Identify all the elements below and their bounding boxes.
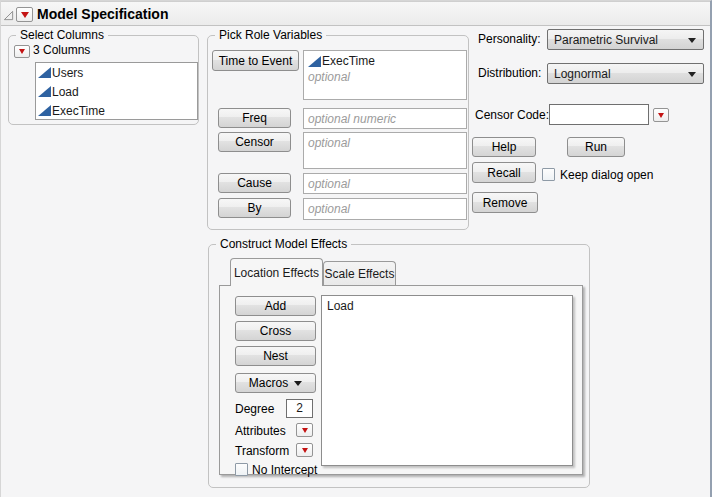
outline-disclosure-icon[interactable] — [3, 10, 14, 21]
columns-count-label: 3 Columns — [33, 43, 90, 57]
remove-button[interactable]: Remove — [472, 192, 538, 213]
tab-scale-effects[interactable]: Scale Effects — [323, 261, 396, 285]
attributes-red-triangle-button[interactable] — [296, 423, 313, 437]
distribution-label: Distribution: — [478, 66, 541, 80]
location-effects-tab-panel: Add Cross Nest Macros Degree 2 Attribute… — [219, 285, 583, 475]
red-triangle-icon — [21, 12, 29, 18]
pick-role-variables-panel: Pick Role Variables Time to Event ExecTi… — [207, 35, 469, 230]
run-button[interactable]: Run — [567, 137, 625, 157]
optional-placeholder: optional — [308, 69, 462, 86]
chevron-down-icon — [688, 38, 696, 43]
column-name: Users — [51, 66, 83, 80]
role-value: ExecTime — [321, 54, 375, 68]
select-columns-panel: Select Columns 3 Columns Users Load Exec… — [8, 35, 199, 125]
optional-placeholder: optional numeric — [308, 112, 396, 126]
red-triangle-icon — [658, 113, 664, 118]
transform-label: Transform — [235, 444, 289, 458]
macros-button[interactable]: Macros — [235, 373, 316, 393]
chevron-down-icon — [294, 381, 302, 386]
cross-button[interactable]: Cross — [235, 321, 316, 341]
recall-button[interactable]: Recall — [472, 162, 536, 183]
personality-select[interactable]: Parametric Survival — [547, 29, 704, 50]
censor-code-label: Censor Code: — [475, 108, 549, 122]
red-triangle-icon — [302, 448, 308, 453]
page-title: Model Specification — [37, 6, 168, 22]
no-intercept-checkbox[interactable] — [235, 463, 248, 476]
censor-code-input[interactable] — [549, 104, 649, 125]
construct-model-effects-panel: Construct Model Effects Location Effects… — [208, 244, 590, 488]
column-name: ExecTime — [51, 104, 105, 118]
continuous-triangle-icon — [38, 67, 51, 78]
add-button[interactable]: Add — [235, 296, 316, 316]
cause-button[interactable]: Cause — [218, 173, 291, 193]
list-item[interactable]: Users — [36, 63, 197, 82]
personality-value: Parametric Survival — [554, 33, 658, 47]
by-button[interactable]: By — [218, 198, 291, 218]
outline-title-band: Model Specification — [1, 1, 710, 26]
freq-button[interactable]: Freq — [218, 108, 291, 128]
freq-field[interactable]: optional numeric — [303, 108, 467, 129]
tab-location-effects[interactable]: Location Effects — [230, 258, 323, 286]
columns-group-red-triangle-button[interactable] — [14, 45, 30, 58]
time-to-event-button[interactable]: Time to Event — [212, 50, 299, 71]
cause-field[interactable]: optional — [303, 173, 467, 194]
transform-red-triangle-button[interactable] — [296, 443, 313, 457]
keep-dialog-open-label: Keep dialog open — [560, 168, 653, 182]
construct-model-effects-label: Construct Model Effects — [216, 237, 351, 251]
attributes-label: Attributes — [235, 424, 286, 438]
tab-label: Scale Effects — [325, 267, 395, 281]
red-triangle-menu-button[interactable] — [16, 7, 33, 22]
pick-role-variables-label: Pick Role Variables — [215, 28, 326, 42]
list-item[interactable]: ExecTime — [36, 101, 197, 120]
continuous-triangle-icon — [38, 86, 51, 97]
optional-placeholder: optional — [308, 177, 350, 191]
distribution-value: Lognormal — [554, 67, 611, 81]
help-button[interactable]: Help — [472, 137, 536, 157]
no-intercept-label: No Intercept — [252, 463, 317, 477]
distribution-select[interactable]: Lognormal — [547, 63, 704, 84]
continuous-triangle-icon — [308, 56, 321, 67]
nest-button[interactable]: Nest — [235, 346, 316, 366]
degree-label: Degree — [235, 402, 274, 416]
column-name: Load — [51, 85, 79, 99]
list-item[interactable]: Load — [36, 82, 197, 101]
select-columns-label: Select Columns — [16, 28, 108, 42]
optional-placeholder: optional — [308, 202, 350, 216]
effects-list[interactable]: Load — [321, 295, 573, 466]
red-triangle-icon — [19, 49, 25, 54]
tab-label: Location Effects — [234, 266, 319, 280]
time-to-event-field[interactable]: ExecTime optional — [303, 50, 467, 100]
by-field[interactable]: optional — [303, 198, 467, 220]
censor-field[interactable]: optional — [303, 132, 467, 169]
macros-label: Macros — [249, 376, 288, 390]
censor-code-red-triangle-button[interactable] — [653, 108, 669, 122]
censor-button[interactable]: Censor — [218, 132, 291, 152]
effect-item[interactable]: Load — [327, 299, 567, 313]
personality-label: Personality: — [478, 32, 541, 46]
columns-list[interactable]: Users Load ExecTime — [35, 62, 198, 120]
keep-dialog-open-checkbox[interactable] — [542, 168, 555, 181]
model-specification-window: Model Specification Select Columns 3 Col… — [0, 0, 712, 497]
chevron-down-icon — [688, 72, 696, 77]
red-triangle-icon — [302, 428, 308, 433]
role-value-item[interactable]: ExecTime — [308, 53, 462, 69]
continuous-triangle-icon — [38, 105, 51, 116]
optional-placeholder: optional — [308, 136, 350, 150]
degree-input[interactable]: 2 — [286, 399, 313, 418]
